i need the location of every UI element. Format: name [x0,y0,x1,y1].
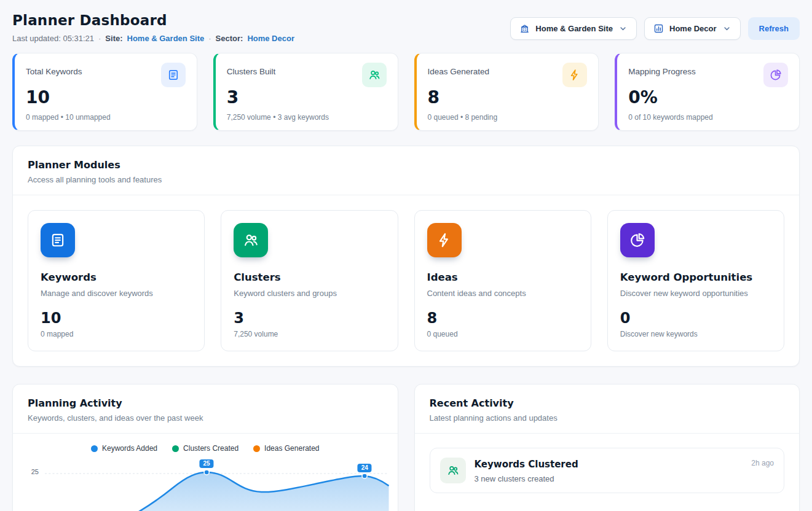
stat-card-mapping-progress: Mapping Progress 0% 0 of 10 keywords map… [615,53,800,131]
stat-label: Mapping Progress [628,63,696,76]
activity-item-text: Keywords Clustered 3 new clusters create… [475,458,578,483]
module-description: Content ideas and concepts [427,289,578,298]
module-detail: 0 queued [427,330,578,338]
module-card-ideas[interactable]: Ideas Content ideas and concepts 8 0 que… [414,210,591,351]
stat-detail: 0 of 10 keywords mapped [628,113,788,122]
page-header-actions: Home & Garden Site Home Decor Refresh [510,11,800,40]
users-icon [440,458,466,483]
activity-list: Keywords Clustered 3 new clusters create… [415,434,800,507]
area-chart-svg [45,459,389,511]
legend-item-ideas-generated[interactable]: Ideas Generated [253,444,319,453]
users-icon [362,63,387,87]
module-value: 3 [234,310,385,327]
activity-item-timestamp: 2h ago [751,458,774,467]
module-title: Keyword Opportunities [620,271,771,283]
stat-detail: 7,250 volume • 3 avg keywords [227,113,387,122]
legend-label: Clusters Created [183,444,238,453]
stat-card-ideas-generated: Ideas Generated 8 0 queued • 8 pending [414,53,599,131]
page-header-left: Planner Dashboard Last updated: 05:31:21… [12,11,294,43]
chart-legend: Keywords Added Clusters Created Ideas Ge… [13,434,398,456]
chart-plot-area: 25 24 [45,459,389,511]
stat-value: 3 [227,88,387,107]
last-updated-text: Last updated: 05:31:21 [12,34,94,43]
legend-dot [91,445,98,452]
stat-label: Total Keywords [26,63,82,76]
module-detail: 0 mapped [41,330,192,338]
module-card-keyword-opportunities[interactable]: Keyword Opportunities Discover new keywo… [607,210,784,351]
legend-item-keywords-added[interactable]: Keywords Added [91,444,157,453]
module-description: Discover new keyword opportunities [620,289,771,298]
stat-detail: 0 mapped • 10 unmapped [26,113,186,122]
sector-link[interactable]: Home Decor [247,34,294,43]
sector-selector-label: Home Decor [669,24,717,33]
meta-separator: · [98,34,101,43]
sector-selector-dropdown[interactable]: Home Decor [644,17,741,40]
meta-separator: · [208,34,211,43]
module-value: 8 [427,310,578,327]
planning-activity-panel: Planning Activity Keywords, clusters, an… [12,384,398,511]
legend-label: Keywords Added [102,444,157,453]
pie-chart-icon [763,63,788,87]
stat-value: 0% [628,88,788,107]
building-icon [519,23,530,34]
panel-subtitle: Keywords, clusters, and ideas over the p… [28,413,383,423]
bottom-row: Planning Activity Keywords, clusters, an… [12,384,800,511]
data-point-label: 25 [199,459,213,468]
module-title: Keywords [41,271,192,283]
legend-dot [253,445,260,452]
activity-item-detail: 3 new clusters created [475,474,578,483]
stat-label: Clusters Built [227,63,276,76]
module-card-keywords[interactable]: Keywords Manage and discover keywords 10… [28,210,205,351]
module-title: Clusters [234,271,385,283]
recent-activity-panel: Recent Activity Latest planning actions … [414,384,800,511]
panel-title: Planner Modules [28,159,784,171]
panel-subtitle: Latest planning actions and updates [430,413,785,423]
modules-grid: Keywords Manage and discover keywords 10… [13,195,799,366]
bar-chart-icon [653,23,664,34]
module-value: 10 [41,310,192,327]
legend-dot [172,445,179,452]
stat-value: 8 [428,88,588,107]
page-header: Planner Dashboard Last updated: 05:31:21… [12,11,800,43]
module-detail: Discover new keywords [620,330,771,338]
site-label: Site: [105,34,122,43]
site-link[interactable]: Home & Garden Site [127,34,205,43]
legend-item-clusters-created[interactable]: Clusters Created [172,444,238,453]
panel-title: Planning Activity [28,397,383,409]
stat-value: 10 [26,88,186,107]
refresh-button[interactable]: Refresh [748,17,800,40]
stats-row: Total Keywords 10 0 mapped • 10 unmapped… [12,53,800,131]
sector-label: Sector: [216,34,243,43]
legend-label: Ideas Generated [264,444,319,453]
recent-activity-header: Recent Activity Latest planning actions … [415,384,800,433]
module-description: Keyword clusters and groups [234,289,385,298]
activity-item-keywords-clustered[interactable]: Keywords Clustered 3 new clusters create… [430,448,785,493]
module-value: 0 [620,310,771,327]
stat-detail: 0 queued • 8 pending [428,113,588,122]
document-icon [161,63,186,87]
module-card-clusters[interactable]: Clusters Keyword clusters and groups 3 7… [221,210,398,351]
lightning-icon [427,223,462,257]
planner-dashboard-page: Planner Dashboard Last updated: 05:31:21… [0,0,812,511]
planning-activity-header: Planning Activity Keywords, clusters, an… [13,384,398,433]
page-title: Planner Dashboard [12,12,294,28]
document-icon [41,223,75,257]
site-selector-dropdown[interactable]: Home & Garden Site [510,17,637,40]
planner-modules-panel: Planner Modules Access all planning tool… [12,146,800,367]
pie-chart-icon [620,223,655,257]
stat-card-total-keywords: Total Keywords 10 0 mapped • 10 unmapped [12,53,197,131]
activity-item-title: Keywords Clustered [475,458,578,470]
chevron-down-icon [618,24,628,33]
panel-subtitle: Access all planning tools and features [28,175,784,184]
chevron-down-icon [722,24,731,33]
panel-title: Recent Activity [430,397,785,409]
site-selector-label: Home & Garden Site [535,24,613,33]
data-point-label: 24 [358,464,372,472]
module-title: Ideas [427,271,578,283]
lightning-icon [562,63,587,87]
module-description: Manage and discover keywords [41,289,192,298]
module-detail: 7,250 volume [234,330,385,338]
y-axis-tick: 25 [22,459,39,511]
stat-card-clusters-built: Clusters Built 3 7,250 volume • 3 avg ke… [213,53,398,131]
planner-modules-header: Planner Modules Access all planning tool… [13,146,799,195]
